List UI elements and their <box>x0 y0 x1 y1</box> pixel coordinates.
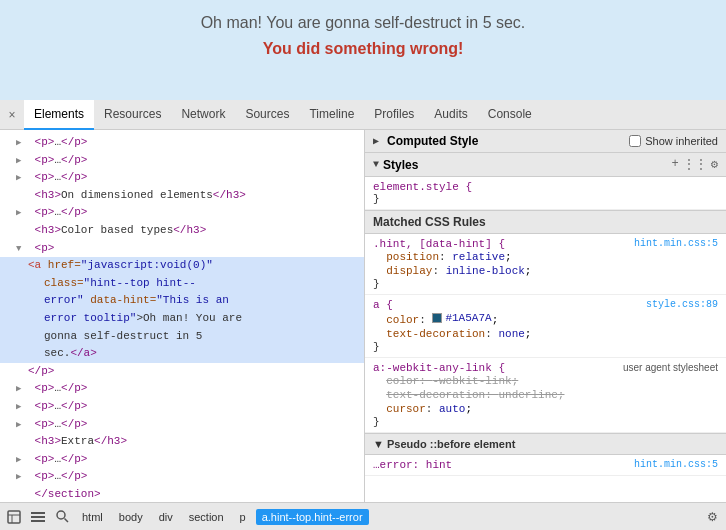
css-selector: a:-webkit-any-link { <box>373 362 505 374</box>
tab-timeline[interactable]: Timeline <box>299 100 364 130</box>
tab-audits[interactable]: Audits <box>424 100 477 130</box>
expand-arrow: ▶ <box>16 154 28 168</box>
expand-arrow <box>16 435 28 449</box>
css-rule-header: a:-webkit-any-link { user agent styleshe… <box>373 362 718 374</box>
css-close-brace: } <box>373 341 718 353</box>
css-property-color-strikethrough: color: -webkit-link; <box>373 374 718 388</box>
tree-item[interactable]: <h3>On dimensioned elements</h3> <box>0 187 364 205</box>
list-icon[interactable] <box>28 507 48 527</box>
expand-arrow: ▶ <box>16 206 28 220</box>
tree-item[interactable]: ▼ <p> <box>0 240 364 258</box>
svg-rect-3 <box>31 512 45 514</box>
breadcrumb-body[interactable]: body <box>113 509 149 525</box>
breadcrumb-p[interactable]: p <box>234 509 252 525</box>
tree-item[interactable]: ▶ <p>…</p> <box>0 380 364 398</box>
computed-expand-icon[interactable]: ▶ <box>373 135 379 147</box>
pseudo-css-rule: …error: hint hint.min.css:5 <box>365 455 726 476</box>
expand-arrow: ▼ <box>16 242 28 256</box>
style-panel: ▶ Computed Style Show inherited ▼ Styles… <box>365 130 726 502</box>
search-icon[interactable] <box>52 507 72 527</box>
expand-arrow <box>16 488 28 502</box>
tab-network[interactable]: Network <box>171 100 235 130</box>
svg-rect-5 <box>31 520 45 522</box>
tree-item[interactable]: <h3>Color based types</h3> <box>0 222 364 240</box>
css-selector: …error: hint <box>373 459 452 471</box>
css-file-link[interactable]: hint.min.css:5 <box>634 238 718 249</box>
tree-item[interactable]: error tooltip">Oh man! You are <box>0 310 364 328</box>
preview-area: Oh man! You are gonna self-destruct in 5… <box>0 0 726 100</box>
breadcrumb-div[interactable]: div <box>153 509 179 525</box>
computed-style-header: ▶ Computed Style Show inherited <box>365 130 726 153</box>
close-devtools-button[interactable]: × <box>4 107 20 123</box>
bottom-toolbar: html body div section p a.hint--top.hint… <box>0 502 726 530</box>
styles-actions: + ⋮⋮ ⚙ <box>672 157 718 172</box>
css-rule-header: a { style.css:89 <box>373 299 718 311</box>
tree-item[interactable]: gonna self-destruct in 5 <box>0 328 364 346</box>
tab-console[interactable]: Console <box>478 100 542 130</box>
tree-item[interactable]: ▶ <p>…</p> <box>0 416 364 434</box>
settings-button[interactable]: ⚙ <box>702 507 722 527</box>
settings-icon[interactable]: ⚙ <box>711 157 718 172</box>
preview-title: Oh man! You are gonna self-destruct in 5… <box>20 14 706 32</box>
tree-item[interactable]: ▶ <p>…</p> <box>0 204 364 222</box>
styles-expand-icon[interactable]: ▼ <box>373 159 379 170</box>
show-inherited-checkbox[interactable] <box>629 135 641 147</box>
selected-tree-item[interactable]: <a href="javascript:void(0)" <box>0 257 364 275</box>
tab-elements[interactable]: Elements <box>24 100 94 130</box>
breadcrumb-section[interactable]: section <box>183 509 230 525</box>
svg-point-6 <box>57 511 65 519</box>
expand-arrow: ▶ <box>16 470 28 484</box>
tree-item[interactable]: ▶ <p>…</p> <box>0 451 364 469</box>
css-property-text-decoration: text-decoration: none; <box>373 327 718 341</box>
expand-arrow <box>16 224 28 238</box>
expand-arrow: ▶ <box>16 382 28 396</box>
css-property-position: position: relative; <box>373 250 718 264</box>
expand-arrow <box>16 189 28 203</box>
breadcrumb-active[interactable]: a.hint--top.hint--error <box>256 509 369 525</box>
tab-sources[interactable]: Sources <box>235 100 299 130</box>
styles-label: Styles <box>383 158 668 172</box>
computed-style-label: Computed Style <box>387 134 621 148</box>
color-swatch[interactable] <box>432 313 442 323</box>
css-rule-a: a { style.css:89 color: #1A5A7A ; text-d… <box>365 295 726 358</box>
css-property-cursor: cursor: auto; <box>373 402 718 416</box>
css-close-brace: } <box>373 278 718 290</box>
inspect-element-icon[interactable] <box>4 507 24 527</box>
tree-item[interactable]: </section> <box>0 486 364 502</box>
css-file-link[interactable]: style.css:89 <box>646 299 718 310</box>
tab-resources[interactable]: Resources <box>94 100 171 130</box>
tree-item[interactable]: ▶ <p>…</p> <box>0 169 364 187</box>
pseudo-expand-icon[interactable]: ▼ <box>373 438 384 450</box>
svg-rect-0 <box>8 511 20 523</box>
html-panel[interactable]: ▶ <p>…</p> ▶ <p>…</p> ▶ <p>…</p> <h3>On … <box>0 130 365 502</box>
css-selector: a { <box>373 299 393 311</box>
svg-line-7 <box>64 519 68 523</box>
tree-item[interactable]: ▶ <p>…</p> <box>0 468 364 486</box>
css-rule-header: .hint, [data-hint] { hint.min.css:5 <box>373 238 718 250</box>
css-rule-hint: .hint, [data-hint] { hint.min.css:5 posi… <box>365 234 726 295</box>
tree-item[interactable]: class="hint--top hint-- <box>0 275 364 293</box>
devtools-panel: × Elements Resources Network Sources Tim… <box>0 100 726 530</box>
css-file-link[interactable]: hint.min.css:5 <box>634 459 718 470</box>
tree-item[interactable]: sec.</a> <box>0 345 364 363</box>
pseudo-element-label: Pseudo ::before element <box>387 438 515 450</box>
tree-item[interactable]: ▶ <p>…</p> <box>0 398 364 416</box>
show-inherited-label: Show inherited <box>645 135 718 147</box>
tree-item[interactable]: error" data-hint="This is an <box>0 292 364 310</box>
tree-item[interactable]: ▶ <p>…</p> <box>0 134 364 152</box>
styles-header: ▼ Styles + ⋮⋮ ⚙ <box>365 153 726 177</box>
add-rule-icon[interactable]: + <box>672 157 679 172</box>
tree-item[interactable]: </p> <box>0 363 364 381</box>
css-property-display: display: inline-block; <box>373 264 718 278</box>
expand-arrow: ▶ <box>16 171 28 185</box>
tree-item[interactable]: <h3>Extra</h3> <box>0 433 364 451</box>
tab-profiles[interactable]: Profiles <box>364 100 424 130</box>
user-agent-label: user agent stylesheet <box>623 362 718 373</box>
preview-subtitle: You did something wrong! <box>20 40 706 58</box>
css-rule-webkit: a:-webkit-any-link { user agent styleshe… <box>365 358 726 433</box>
expand-arrow: ▶ <box>16 400 28 414</box>
matched-css-rules-header: Matched CSS Rules <box>365 210 726 234</box>
toggle-view-icon[interactable]: ⋮⋮ <box>683 157 707 172</box>
tree-item[interactable]: ▶ <p>…</p> <box>0 152 364 170</box>
breadcrumb-html[interactable]: html <box>76 509 109 525</box>
